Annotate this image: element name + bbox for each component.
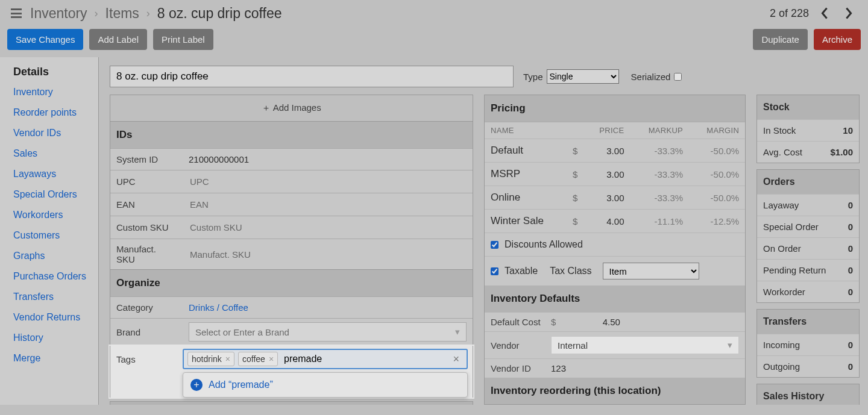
tag-text-input[interactable] <box>281 352 354 366</box>
vendor-id-label: Vendor ID <box>491 363 545 373</box>
sidebar-item-vendor-returns[interactable]: Vendor Returns <box>6 307 98 328</box>
archive-button[interactable]: Archive <box>814 29 861 50</box>
category-label: Category <box>110 298 183 317</box>
pager-next[interactable] <box>840 5 857 22</box>
chevron-right-icon: › <box>146 7 150 20</box>
price-row-name: MSRP <box>485 163 567 186</box>
ean-input[interactable] <box>189 197 467 212</box>
order-row-label: Pending Return <box>763 265 826 275</box>
type-select[interactable]: Single <box>547 69 619 84</box>
default-cost-value[interactable]: 4.50 <box>562 317 661 327</box>
add-images-button[interactable]: ＋ Add Images <box>110 95 473 121</box>
transfers-heading: Transfers <box>757 310 859 334</box>
category-link[interactable]: Drinks / Coffee <box>189 302 248 313</box>
order-row-label: Workorder <box>763 287 805 297</box>
markup-value: -11.1% <box>630 210 689 233</box>
tag-text: coffee <box>242 354 265 364</box>
item-name-input[interactable] <box>110 66 514 87</box>
taxable-checkbox[interactable] <box>491 267 498 275</box>
custom-sku-input[interactable] <box>189 220 467 235</box>
order-row-label: Layaway <box>763 200 799 210</box>
mfg-sku-input[interactable] <box>189 247 467 262</box>
sidebar-item-sales[interactable]: Sales <box>6 143 98 164</box>
default-cost-label: Default Cost <box>491 317 545 327</box>
price-value[interactable]: 3.00 <box>583 163 630 186</box>
inventory-defaults-heading: Inventory Defaults <box>485 286 745 312</box>
discounts-allowed-checkbox[interactable] <box>491 241 498 249</box>
chevron-right-icon: › <box>95 7 98 20</box>
pricing-heading: Pricing <box>485 95 745 122</box>
sidebar-item-special-orders[interactable]: Special Orders <box>6 184 98 205</box>
duplicate-button[interactable]: Duplicate <box>753 29 808 50</box>
brand-select[interactable]: Select or Enter a Brand <box>195 327 289 337</box>
sidebar-item-reorder-points[interactable]: Reorder points <box>6 102 98 123</box>
tag-remove-icon[interactable]: × <box>225 354 230 364</box>
col-margin: MARGIN <box>689 122 745 139</box>
app-menu-icon[interactable] <box>11 8 22 18</box>
price-row-name: Default <box>485 139 567 163</box>
margin-value: -12.5% <box>689 210 745 233</box>
tax-class-label: Tax Class <box>550 266 591 276</box>
orders-heading: Orders <box>757 170 859 194</box>
sidebar-item-purchase-orders[interactable]: Purchase Orders <box>6 266 98 287</box>
sidebar-item-vendor-ids[interactable]: Vendor IDs <box>6 123 98 143</box>
serialized-label: Serialized <box>631 72 671 82</box>
discounts-allowed-label: Discounts Allowed <box>505 239 583 250</box>
tax-class-select[interactable]: Item <box>603 263 699 279</box>
price-value[interactable]: 4.00 <box>583 210 630 233</box>
price-value[interactable]: 3.00 <box>583 139 630 163</box>
sidebar-item-transfers[interactable]: Transfers <box>6 287 98 307</box>
transfer-row-value: 0 <box>848 361 853 372</box>
price-value[interactable]: 3.00 <box>583 186 630 210</box>
tags-input[interactable]: hotdrink × coffee × × <box>183 349 468 369</box>
sidebar-item-history[interactable]: History <box>6 328 98 348</box>
system-id-label: System ID <box>110 149 183 169</box>
plus-circle-icon: + <box>190 379 203 391</box>
sidebar-item-layaways[interactable]: Layaways <box>6 164 98 184</box>
mfg-sku-label: Manufact. SKU <box>110 239 183 269</box>
add-label-button[interactable]: Add Label <box>89 29 147 50</box>
markup-value: -33.3% <box>630 139 689 163</box>
transfer-row-value: 0 <box>848 340 853 350</box>
sidebar-item-merge[interactable]: Merge <box>6 348 98 369</box>
sidebar-item-customers[interactable]: Customers <box>6 225 98 246</box>
breadcrumb-inventory[interactable]: Inventory <box>30 5 87 22</box>
tags-clear-icon[interactable]: × <box>450 353 464 366</box>
avg-cost-value: $1.00 <box>830 147 853 157</box>
breadcrumb-items[interactable]: Items <box>105 5 139 22</box>
type-label: Type <box>523 72 543 82</box>
tag-add-suggestion[interactable]: + Add “premade” <box>183 373 467 397</box>
inventory-reordering-heading: Inventory reordering (this location) <box>485 378 745 404</box>
in-stock-value: 10 <box>843 125 853 136</box>
tag-pill: coffee × <box>238 352 278 366</box>
price-row-name: Online <box>485 186 567 210</box>
print-label-button[interactable]: Print Label <box>153 29 213 50</box>
sales-history-panel: Sales History <box>756 384 860 405</box>
sales-history-heading: Sales History <box>757 384 859 405</box>
order-row-value: 0 <box>848 222 853 232</box>
orders-panel: Orders Layaway0 Special Order0 On Order0… <box>756 169 860 303</box>
upc-input[interactable] <box>189 174 467 189</box>
organize-heading: Organize <box>110 270 473 296</box>
col-name: NAME <box>485 122 567 139</box>
pager-prev[interactable] <box>816 5 833 22</box>
currency-icon: $ <box>567 163 583 186</box>
sidebar-heading: Details <box>6 62 98 82</box>
vendor-value: Internal <box>558 340 588 351</box>
order-row-value: 0 <box>848 287 853 297</box>
brand-label: Brand <box>110 322 183 342</box>
sidebar-item-graphs[interactable]: Graphs <box>6 246 98 266</box>
sidebar-item-inventory[interactable]: Inventory <box>6 82 98 102</box>
serialized-checkbox[interactable] <box>674 73 682 81</box>
ecommerce-heading: eCommerce <box>110 402 473 405</box>
chevron-down-icon: ▾ <box>728 340 732 351</box>
tag-remove-icon[interactable]: × <box>269 354 274 364</box>
save-button[interactable]: Save Changes <box>7 29 83 50</box>
sidebar-item-workorders[interactable]: Workorders <box>6 205 98 225</box>
price-row: Default $ 3.00 -33.3% -50.0% <box>485 139 745 163</box>
vendor-id-value[interactable]: 123 <box>551 363 566 373</box>
order-row-value: 0 <box>848 200 853 210</box>
order-row-label: Special Order <box>763 222 819 232</box>
ids-heading: IDs <box>110 122 473 148</box>
vendor-select[interactable]: Internal ▾ <box>551 336 739 354</box>
